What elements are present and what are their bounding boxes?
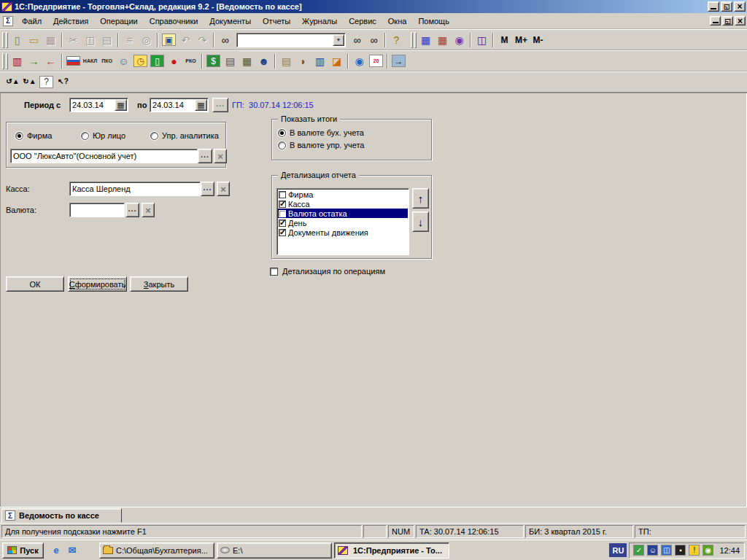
currency-select-button[interactable]	[125, 203, 139, 217]
context-help-icon[interactable]: ↖?	[55, 73, 71, 90]
menu-documents[interactable]: Документы	[204, 15, 257, 28]
child-minimize-button[interactable]	[710, 16, 721, 26]
outgoing-doc-icon[interactable]: ←	[42, 52, 59, 70]
tray-icon-warning[interactable]: !	[688, 544, 700, 556]
detail-listbox[interactable]: Фирма Касса Валюта остатка День Документ…	[276, 188, 409, 255]
menu-service[interactable]: Сервис	[343, 15, 382, 28]
help-icon[interactable]: ?	[388, 31, 405, 49]
device-icon[interactable]: ▤	[278, 52, 295, 70]
firm-clear-button[interactable]	[214, 149, 227, 163]
calendar-date-icon[interactable]: 20	[368, 52, 384, 70]
tray-icon-green-check[interactable]: ✓	[632, 544, 645, 556]
journals-icon[interactable]: ▥	[9, 52, 26, 70]
task-button-folder[interactable]: С:\Общая\Бухгалтерия...	[99, 542, 214, 559]
radio-buh-currency[interactable]: В валюте бух. учета	[278, 128, 364, 137]
toolbar-grip[interactable]	[6, 32, 8, 48]
menu-references[interactable]: Справочники	[144, 15, 204, 28]
calendar-icon[interactable]	[115, 99, 127, 111]
close-button[interactable]	[734, 1, 746, 12]
radio-firma[interactable]: Фирма	[15, 131, 52, 140]
menu-journals[interactable]: Журналы	[296, 15, 343, 28]
memory-plus-icon[interactable]: M+	[513, 31, 530, 49]
toolbar-grip[interactable]	[6, 53, 8, 69]
internet-explorer-icon[interactable]: e	[49, 543, 63, 558]
structure-update-icon[interactable]: ↻▲	[21, 73, 38, 90]
kassa-clear-button[interactable]	[217, 182, 230, 196]
memory-icon[interactable]: M	[496, 31, 513, 49]
detail-list-item[interactable]: Касса	[278, 199, 408, 209]
user-monitor-icon[interactable]: ▣	[160, 31, 177, 49]
radio-upr-currency[interactable]: В валюте упр. учета	[278, 141, 364, 149]
cash-register-icon[interactable]: ▤	[222, 52, 239, 70]
rko-doc-icon[interactable]: РКО	[182, 52, 199, 70]
child-restore-button[interactable]	[722, 16, 733, 26]
currency-clear-button[interactable]	[142, 203, 155, 217]
russian-flag-icon[interactable]	[65, 52, 82, 70]
task-button-drive[interactable]: Е:\	[217, 542, 332, 559]
tray-icon-device[interactable]: ▪	[674, 544, 686, 556]
minimize-button[interactable]	[708, 1, 719, 12]
pko-doc-icon[interactable]: ПКО	[98, 52, 115, 70]
money-bag-icon[interactable]: $	[205, 52, 222, 70]
globe-icon[interactable]: ◉	[351, 52, 368, 70]
person-icon[interactable]: ☺	[115, 52, 132, 70]
calculator-icon[interactable]: ▦	[417, 31, 434, 49]
firm-field[interactable]: ООО "ЛюксАвто"(Основной учет)	[10, 149, 198, 163]
chart-icon[interactable]: ◪	[328, 52, 345, 70]
detail-list-item[interactable]: Валюта остатка	[278, 209, 408, 218]
view-options-icon[interactable]: ◉	[451, 31, 468, 49]
calendar-icon[interactable]	[195, 99, 207, 111]
new-file-icon[interactable]: ▯	[9, 31, 26, 49]
quick-search-combobox[interactable]: ▼	[236, 33, 346, 47]
ok-button[interactable]: ОК	[6, 276, 64, 292]
help-contents-icon[interactable]: ?	[38, 73, 55, 90]
move-down-button[interactable]: ↓	[412, 211, 429, 232]
period-from-field[interactable]: 24.03.14	[69, 98, 128, 112]
kassa-field[interactable]: Касса Шерленд	[69, 182, 201, 196]
task-button-1c[interactable]: 1С:Предприятие - То...	[334, 542, 449, 559]
structure-refresh-icon[interactable]: ↺▲	[4, 73, 21, 90]
language-indicator[interactable]: RU	[609, 543, 627, 557]
detail-ops-checkbox[interactable]: Детализация по операциям	[270, 267, 385, 276]
detail-list-item[interactable]: Фирма	[278, 190, 408, 199]
menu-file[interactable]: Файл	[16, 15, 47, 28]
green-door-icon[interactable]: ▯	[149, 52, 166, 70]
menu-help[interactable]: Помощь	[412, 15, 455, 28]
combobox-dropdown-icon[interactable]: ▼	[333, 34, 344, 46]
toolbar-grip[interactable]	[2, 53, 4, 69]
find-prev-icon[interactable]: ∞	[365, 31, 382, 49]
menu-actions[interactable]: Действия	[47, 15, 94, 28]
tray-icon-display[interactable]: ◉	[702, 544, 714, 556]
tray-icon-network[interactable]: ◫	[660, 544, 673, 556]
open-folder-icon[interactable]: ▭	[26, 31, 42, 49]
find-icon[interactable]: ∞	[217, 31, 233, 49]
detail-list-item[interactable]: День	[278, 218, 408, 228]
formula-calculator-icon[interactable]: ▦	[434, 31, 451, 49]
start-button[interactable]: Пуск	[2, 542, 44, 559]
toolbar-grip[interactable]	[411, 32, 413, 48]
currency-field[interactable]	[69, 203, 125, 217]
berries-icon[interactable]: ●	[166, 52, 182, 70]
persons-icon[interactable]: ☻	[255, 52, 272, 70]
tray-icon-accessibility[interactable]: ☺	[646, 544, 659, 556]
menu-windows[interactable]: Окна	[382, 15, 413, 28]
title-bar[interactable]: 1С:Предприятие - Торговля+Склад, редакци…	[0, 0, 747, 13]
incoming-doc-icon[interactable]: →	[26, 52, 42, 70]
invoice-nakl-icon[interactable]: НАКЛ	[82, 52, 98, 70]
report-window-icon[interactable]	[3, 16, 13, 26]
move-up-button[interactable]: ↑	[412, 188, 429, 209]
generate-button[interactable]: Сформировать	[68, 276, 127, 292]
find-next-icon[interactable]: ∞	[349, 31, 365, 49]
kassa-select-button[interactable]	[201, 182, 214, 196]
clock-icon[interactable]: ◷	[132, 52, 149, 70]
menu-reports[interactable]: Отчеты	[257, 15, 296, 28]
child-close-button[interactable]	[735, 16, 746, 26]
period-to-field[interactable]: 24.03.14	[150, 98, 209, 112]
report-table-icon[interactable]: ▥	[311, 52, 328, 70]
outlook-express-icon[interactable]: ✉	[65, 543, 80, 558]
firm-select-button[interactable]	[198, 149, 212, 163]
restore-button[interactable]	[721, 1, 732, 12]
description-book-icon[interactable]: ◫	[473, 31, 490, 49]
close-form-button[interactable]: Закрыть	[130, 276, 188, 292]
memory-minus-icon[interactable]: M-	[530, 31, 546, 49]
